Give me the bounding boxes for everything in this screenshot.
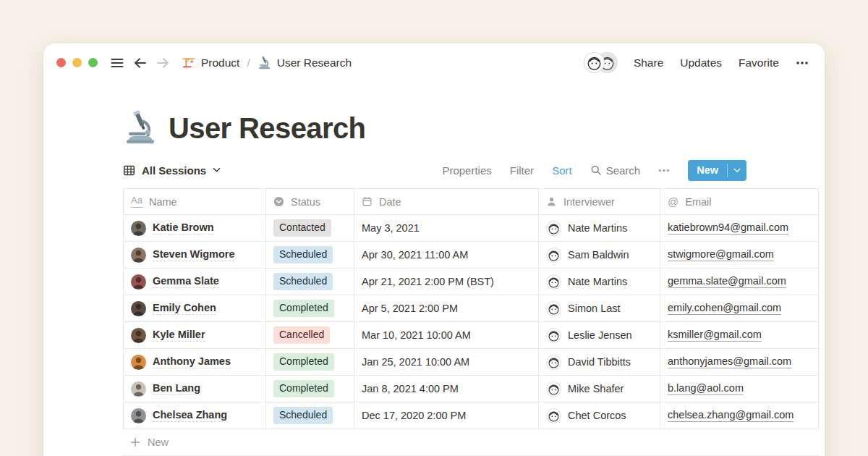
row-email[interactable]: gemma.slate@gmail.com — [668, 275, 786, 288]
status-cell[interactable]: Scheduled — [266, 269, 354, 295]
interviewer-cell[interactable]: Mike Shafer — [539, 376, 660, 402]
email-cell[interactable]: gemma.slate@gmail.com — [660, 269, 819, 295]
interviewer-cell[interactable]: David Tibbitts — [539, 349, 660, 375]
status-cell[interactable]: Cancelled — [266, 322, 354, 348]
table-row[interactable]: Gemma Slate Scheduled Apr 21, 2021 2:00 … — [123, 269, 819, 295]
microscope-icon[interactable] — [123, 110, 158, 145]
row-email[interactable]: anthonyjames@gmail.com — [668, 355, 791, 368]
breadcrumb-separator: / — [245, 56, 251, 69]
close-window-button[interactable] — [56, 58, 66, 67]
name-cell[interactable]: Anthony James — [123, 349, 266, 375]
new-row-button[interactable]: New — [123, 429, 819, 456]
status-cell[interactable]: Completed — [266, 376, 354, 402]
row-email[interactable]: emily.cohen@gmail.com — [668, 302, 781, 315]
interviewer-cell[interactable]: Leslie Jensen — [539, 322, 660, 348]
date-cell[interactable]: Apr 5, 2021 2:00 PM — [354, 295, 539, 321]
status-cell[interactable]: Contacted — [266, 215, 354, 241]
column-header-date[interactable]: Date — [354, 189, 539, 214]
search-label: Search — [606, 164, 641, 177]
new-dropdown-button[interactable] — [728, 160, 746, 181]
row-email[interactable]: chelsea.zhang@gmail.com — [668, 409, 793, 422]
row-email[interactable]: stwigmore@gmail.com — [668, 248, 774, 261]
back-button[interactable] — [132, 56, 148, 70]
date-cell[interactable]: Apr 30, 2021 11:00 AM — [354, 242, 539, 268]
forward-button[interactable] — [156, 56, 171, 70]
date-cell[interactable]: Jan 25, 2021 10:00 AM — [354, 349, 539, 375]
view-switcher[interactable]: All Sessions — [123, 164, 221, 177]
row-name[interactable]: Gemma Slate — [153, 275, 219, 288]
column-header-interviewer[interactable]: Interviewer — [539, 189, 660, 214]
table-row[interactable]: Ben Lang Completed Jan 8, 2021 4:00 PM M… — [123, 376, 819, 402]
email-cell[interactable]: ksmiller@gmail.com — [660, 322, 819, 348]
name-cell[interactable]: Steven Wigmore — [123, 242, 266, 268]
new-button[interactable]: New — [688, 160, 727, 181]
date-cell[interactable]: Jan 8, 2021 4:00 PM — [354, 376, 539, 402]
column-header-status[interactable]: Status — [266, 189, 354, 214]
row-email[interactable]: ksmiller@gmail.com — [668, 329, 762, 342]
table-row[interactable]: Anthony James Completed Jan 25, 2021 10:… — [123, 349, 819, 376]
share-button[interactable]: Share — [634, 56, 663, 69]
viewer-avatars[interactable] — [584, 53, 617, 72]
status-cell[interactable]: Completed — [266, 349, 354, 375]
date-cell[interactable]: May 3, 2021 — [354, 215, 539, 241]
properties-button[interactable]: Properties — [442, 164, 491, 177]
interviewer-cell[interactable]: Simon Last — [539, 295, 660, 321]
email-cell[interactable]: b.lang@aol.com — [660, 376, 819, 402]
table-row[interactable]: Kyle Miller Cancelled Mar 10, 2021 10:00… — [123, 322, 819, 349]
table-row[interactable]: Emily Cohen Completed Apr 5, 2021 2:00 P… — [123, 295, 819, 322]
email-cell[interactable]: katiebrown94@gmail.com — [660, 215, 819, 241]
interviewer-cell[interactable]: Nate Martins — [539, 269, 660, 295]
name-cell[interactable]: Ben Lang — [123, 376, 266, 402]
updates-button[interactable]: Updates — [680, 56, 722, 69]
column-header-name[interactable]: Aa Name — [123, 189, 266, 214]
zoom-window-button[interactable] — [88, 58, 98, 67]
date-cell[interactable]: Dec 17, 2020 2:00 PM — [354, 402, 539, 428]
row-email[interactable]: katiebrown94@gmail.com — [668, 221, 788, 235]
avatar — [131, 301, 146, 316]
row-name[interactable]: Anthony James — [153, 355, 231, 368]
table-row[interactable]: Katie Brown Contacted May 3, 2021 Nate M… — [123, 215, 819, 242]
minimize-window-button[interactable] — [72, 58, 82, 67]
breadcrumb-item-user-research[interactable]: User Research — [258, 56, 352, 69]
date-cell[interactable]: Mar 10, 2021 10:00 AM — [354, 322, 539, 348]
avatar — [131, 355, 146, 370]
database-more-button[interactable] — [658, 169, 670, 172]
name-cell[interactable]: Kyle Miller — [123, 322, 266, 348]
name-cell[interactable]: Gemma Slate — [123, 269, 266, 295]
table-view-icon — [123, 164, 135, 177]
name-cell[interactable]: Emily Cohen — [123, 295, 266, 321]
status-cell[interactable]: Completed — [266, 295, 354, 321]
column-header-email[interactable]: @ Email — [660, 189, 819, 214]
interviewer-cell[interactable]: Chet Corcos — [539, 402, 660, 428]
status-cell[interactable]: Scheduled — [266, 242, 354, 268]
more-button[interactable] — [796, 61, 809, 65]
text-icon: Aa — [131, 195, 142, 207]
row-name[interactable]: Chelsea Zhang — [153, 409, 227, 422]
sort-button[interactable]: Sort — [552, 164, 572, 177]
row-name[interactable]: Steven Wigmore — [153, 248, 234, 261]
row-name[interactable]: Kyle Miller — [153, 329, 205, 342]
email-cell[interactable]: stwigmore@gmail.com — [660, 242, 819, 268]
row-name[interactable]: Emily Cohen — [153, 302, 216, 315]
favorite-button[interactable]: Favorite — [739, 56, 779, 69]
search-button[interactable]: Search — [590, 164, 641, 177]
interviewer-cell[interactable]: Nate Martins — [539, 215, 660, 241]
name-cell[interactable]: Katie Brown — [123, 215, 266, 241]
filter-button[interactable]: Filter — [510, 164, 534, 177]
name-cell[interactable]: Chelsea Zhang — [123, 402, 266, 428]
sidebar-menu-button[interactable] — [110, 56, 124, 70]
interviewer-cell[interactable]: Sam Baldwin — [539, 242, 660, 268]
page-title[interactable]: User Research — [169, 111, 365, 145]
table-row[interactable]: Chelsea Zhang Scheduled Dec 17, 2020 2:0… — [123, 402, 819, 429]
row-name[interactable]: Katie Brown — [153, 221, 214, 235]
status-cell[interactable]: Scheduled — [266, 402, 354, 428]
email-cell[interactable]: anthonyjames@gmail.com — [660, 349, 819, 375]
interviewer-avatar — [546, 355, 561, 370]
row-name[interactable]: Ben Lang — [153, 382, 200, 395]
breadcrumb-item-product[interactable]: Product — [182, 56, 239, 69]
email-cell[interactable]: chelsea.zhang@gmail.com — [660, 402, 819, 428]
date-cell[interactable]: Apr 21, 2021 2:00 PM (BST) — [354, 269, 539, 295]
row-email[interactable]: b.lang@aol.com — [668, 382, 744, 395]
email-cell[interactable]: emily.cohen@gmail.com — [660, 295, 819, 321]
table-row[interactable]: Steven Wigmore Scheduled Apr 30, 2021 11… — [123, 242, 819, 269]
